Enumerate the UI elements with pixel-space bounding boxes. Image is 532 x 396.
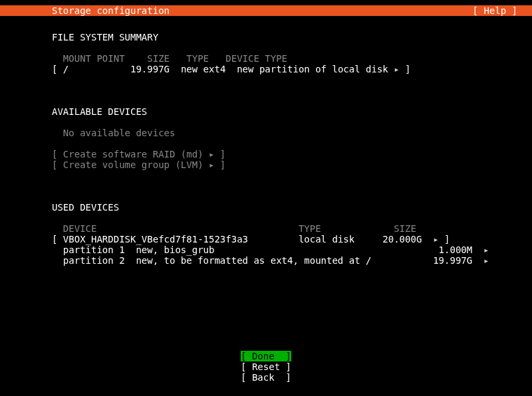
fs-summary-title: FILE SYSTEM SUMMARY (52, 32, 480, 43)
arrow-right-icon: ▸ (394, 64, 399, 74)
reset-button[interactable]: [ Reset ] (241, 361, 291, 372)
used-disk-row[interactable]: [ VBOX_HARDDISK_VBefcd7f81-1523f3a3 loca… (52, 234, 480, 245)
back-button[interactable]: [ Back ] (241, 372, 291, 383)
arrow-right-icon: ▸ (433, 234, 438, 245)
used-partition-1[interactable]: partition 1 new, bios_grub 1.000M ▸ (52, 245, 480, 255)
help-button[interactable]: [ Help ] (473, 5, 517, 16)
done-button[interactable]: [ Done ] (241, 351, 291, 361)
arrow-right-icon: ▸ (483, 255, 489, 266)
used-header: DEVICE TYPE SIZE (52, 223, 480, 234)
fs-summary-row[interactable]: [ / 19.997G new ext4 new partition of lo… (52, 64, 480, 74)
arrow-right-icon: ▸ (483, 245, 489, 255)
used-title: USED DEVICES (52, 202, 480, 213)
header-bar: Storage configuration [ Help ] (0, 5, 532, 16)
no-available-text: No available devices (52, 128, 480, 138)
create-raid-button: [ Create software RAID (md) ▸ ] (52, 149, 480, 159)
fs-summary-header: MOUNT POINT SIZE TYPE DEVICE TYPE (52, 53, 480, 64)
used-partition-2[interactable]: partition 2 new, to be formatted as ext4… (52, 255, 480, 266)
page-title: Storage configuration (52, 5, 170, 16)
available-title: AVAILABLE DEVICES (52, 106, 480, 117)
create-lvm-button: [ Create volume group (LVM) ▸ ] (52, 159, 480, 170)
